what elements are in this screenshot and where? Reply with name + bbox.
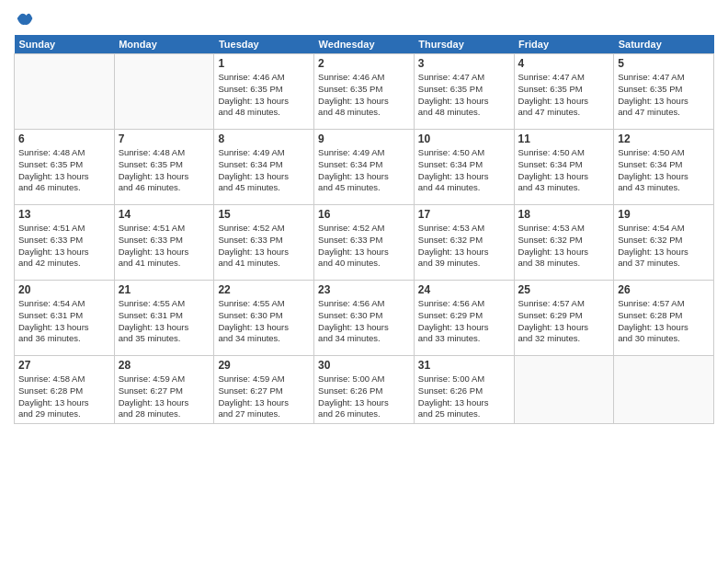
day-info: Sunrise: 4:49 AMSunset: 6:34 PMDaylight:… [318,147,410,194]
day-info: Sunrise: 5:00 AMSunset: 6:26 PMDaylight:… [318,373,410,420]
calendar-cell: 30Sunrise: 5:00 AMSunset: 6:26 PMDayligh… [314,356,415,424]
calendar-cell: 23Sunrise: 4:56 AMSunset: 6:30 PMDayligh… [314,281,415,356]
weekday-header: Saturday [614,35,714,54]
day-info: Sunrise: 4:55 AMSunset: 6:30 PMDaylight:… [218,298,310,345]
weekday-header: Tuesday [214,35,314,54]
calendar-cell [514,356,614,424]
day-info: Sunrise: 4:56 AMSunset: 6:29 PMDaylight:… [418,298,510,345]
day-number: 31 [418,359,510,372]
calendar-cell: 5Sunrise: 4:47 AMSunset: 6:35 PMDaylight… [614,54,714,130]
calendar-week-row: 20Sunrise: 4:54 AMSunset: 6:31 PMDayligh… [15,281,714,356]
day-info: Sunrise: 4:47 AMSunset: 6:35 PMDaylight:… [418,72,510,119]
logo [14,9,34,28]
day-info: Sunrise: 4:52 AMSunset: 6:33 PMDaylight:… [218,223,310,270]
calendar-cell [15,54,115,130]
day-number: 30 [318,359,410,372]
day-number: 21 [119,283,210,296]
day-info: Sunrise: 4:49 AMSunset: 6:34 PMDaylight:… [218,147,310,194]
day-number: 18 [518,208,610,221]
page: SundayMondayTuesdayWednesdayThursdayFrid… [0,0,728,563]
calendar-cell: 22Sunrise: 4:55 AMSunset: 6:30 PMDayligh… [214,281,314,356]
day-info: Sunrise: 4:54 AMSunset: 6:31 PMDaylight:… [18,298,110,345]
day-number: 12 [618,132,710,145]
day-info: Sunrise: 4:46 AMSunset: 6:35 PMDaylight:… [218,72,310,119]
day-number: 14 [119,208,210,221]
calendar-cell: 27Sunrise: 4:58 AMSunset: 6:28 PMDayligh… [15,356,115,424]
day-number: 26 [618,283,710,296]
calendar-cell: 7Sunrise: 4:48 AMSunset: 6:35 PMDaylight… [114,130,214,205]
calendar-week-row: 1Sunrise: 4:46 AMSunset: 6:35 PMDaylight… [15,54,714,130]
calendar-cell: 15Sunrise: 4:52 AMSunset: 6:33 PMDayligh… [214,205,314,281]
day-info: Sunrise: 4:48 AMSunset: 6:35 PMDaylight:… [119,147,210,194]
day-info: Sunrise: 4:53 AMSunset: 6:32 PMDaylight:… [418,223,510,270]
day-number: 27 [18,359,110,372]
day-number: 10 [418,132,510,145]
day-info: Sunrise: 4:59 AMSunset: 6:27 PMDaylight:… [119,373,210,420]
day-number: 25 [518,283,610,296]
day-info: Sunrise: 4:57 AMSunset: 6:29 PMDaylight:… [518,298,610,345]
calendar-cell: 4Sunrise: 4:47 AMSunset: 6:35 PMDaylight… [514,54,614,130]
day-number: 16 [318,208,410,221]
calendar-cell: 25Sunrise: 4:57 AMSunset: 6:29 PMDayligh… [514,281,614,356]
day-number: 20 [18,283,110,296]
day-number: 11 [518,132,610,145]
day-info: Sunrise: 4:50 AMSunset: 6:34 PMDaylight:… [418,147,510,194]
day-number: 17 [418,208,510,221]
day-info: Sunrise: 4:50 AMSunset: 6:34 PMDaylight:… [618,147,710,194]
calendar-cell: 10Sunrise: 4:50 AMSunset: 6:34 PMDayligh… [414,130,514,205]
calendar-cell: 17Sunrise: 4:53 AMSunset: 6:32 PMDayligh… [414,205,514,281]
day-info: Sunrise: 4:47 AMSunset: 6:35 PMDaylight:… [618,72,710,119]
calendar-cell: 14Sunrise: 4:51 AMSunset: 6:33 PMDayligh… [114,205,214,281]
calendar-cell: 11Sunrise: 4:50 AMSunset: 6:34 PMDayligh… [514,130,614,205]
day-number: 15 [218,208,310,221]
day-info: Sunrise: 5:00 AMSunset: 6:26 PMDaylight:… [418,373,510,420]
weekday-header: Monday [114,35,214,54]
calendar-cell: 18Sunrise: 4:53 AMSunset: 6:32 PMDayligh… [514,205,614,281]
day-number: 13 [18,208,110,221]
day-number: 7 [119,132,210,145]
calendar-cell: 2Sunrise: 4:46 AMSunset: 6:35 PMDaylight… [314,54,415,130]
calendar-table: SundayMondayTuesdayWednesdayThursdayFrid… [14,35,714,424]
day-info: Sunrise: 4:51 AMSunset: 6:33 PMDaylight:… [119,223,210,270]
day-number: 23 [318,283,410,296]
calendar-cell: 29Sunrise: 4:59 AMSunset: 6:27 PMDayligh… [214,356,314,424]
day-info: Sunrise: 4:48 AMSunset: 6:35 PMDaylight:… [18,147,110,194]
calendar-cell: 13Sunrise: 4:51 AMSunset: 6:33 PMDayligh… [15,205,115,281]
weekday-header: Sunday [15,35,115,54]
day-number: 28 [119,359,210,372]
day-number: 8 [218,132,310,145]
weekday-header: Wednesday [314,35,415,54]
calendar-cell [614,356,714,424]
calendar-cell: 24Sunrise: 4:56 AMSunset: 6:29 PMDayligh… [414,281,514,356]
calendar-cell: 12Sunrise: 4:50 AMSunset: 6:34 PMDayligh… [614,130,714,205]
calendar-cell: 19Sunrise: 4:54 AMSunset: 6:32 PMDayligh… [614,205,714,281]
logo-icon [16,9,34,28]
weekday-header: Friday [514,35,614,54]
weekday-header: Thursday [414,35,514,54]
calendar-week-row: 27Sunrise: 4:58 AMSunset: 6:28 PMDayligh… [15,356,714,424]
day-number: 22 [218,283,310,296]
header [14,9,714,28]
day-info: Sunrise: 4:54 AMSunset: 6:32 PMDaylight:… [618,223,710,270]
calendar-cell: 9Sunrise: 4:49 AMSunset: 6:34 PMDaylight… [314,130,415,205]
calendar-week-row: 13Sunrise: 4:51 AMSunset: 6:33 PMDayligh… [15,205,714,281]
day-number: 4 [518,57,610,70]
day-number: 3 [418,57,510,70]
day-info: Sunrise: 4:59 AMSunset: 6:27 PMDaylight:… [218,373,310,420]
calendar-cell: 31Sunrise: 5:00 AMSunset: 6:26 PMDayligh… [414,356,514,424]
day-number: 29 [218,359,310,372]
day-info: Sunrise: 4:51 AMSunset: 6:33 PMDaylight:… [18,223,110,270]
day-number: 6 [18,132,110,145]
day-info: Sunrise: 4:50 AMSunset: 6:34 PMDaylight:… [518,147,610,194]
day-info: Sunrise: 4:47 AMSunset: 6:35 PMDaylight:… [518,72,610,119]
day-info: Sunrise: 4:58 AMSunset: 6:28 PMDaylight:… [18,373,110,420]
day-info: Sunrise: 4:53 AMSunset: 6:32 PMDaylight:… [518,223,610,270]
day-number: 1 [218,57,310,70]
calendar-cell: 3Sunrise: 4:47 AMSunset: 6:35 PMDaylight… [414,54,514,130]
calendar-cell: 20Sunrise: 4:54 AMSunset: 6:31 PMDayligh… [15,281,115,356]
calendar-cell: 16Sunrise: 4:52 AMSunset: 6:33 PMDayligh… [314,205,415,281]
calendar-week-row: 6Sunrise: 4:48 AMSunset: 6:35 PMDaylight… [15,130,714,205]
day-number: 5 [618,57,710,70]
calendar-cell: 1Sunrise: 4:46 AMSunset: 6:35 PMDaylight… [214,54,314,130]
day-number: 9 [318,132,410,145]
